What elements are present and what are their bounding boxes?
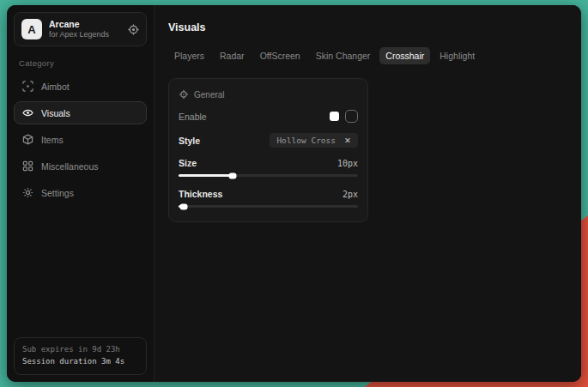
sidebar-item-items[interactable]: Items xyxy=(14,128,147,151)
miscellaneous-grid-icon xyxy=(21,160,33,172)
enable-checkbox[interactable] xyxy=(345,110,358,123)
style-row: Style Hollow Cross ✕ xyxy=(179,133,358,148)
general-panel: General Enable Style Hollow Cross ✕ Size… xyxy=(168,78,368,222)
sidebar-item-label: Miscellaneous xyxy=(41,161,99,172)
arcane-app-window: A Arcane for Apex Legends Category Aimbo xyxy=(7,5,581,382)
thickness-label: Thickness xyxy=(179,189,222,199)
sidebar-item-label: Aimbot xyxy=(41,82,70,92)
brand-card: A Arcane for Apex Legends xyxy=(14,12,147,46)
style-selected-value: Hollow Cross xyxy=(276,136,336,145)
size-label: Size xyxy=(179,158,197,168)
subscription-status-card: Sub expires in 9d 23h Session duration 3… xyxy=(14,337,147,375)
size-value: 10px xyxy=(337,159,358,168)
thickness-row: Thickness 2px xyxy=(179,189,358,199)
style-label: Style xyxy=(179,136,200,146)
brand-logo: A xyxy=(21,19,42,39)
enable-row: Enable xyxy=(179,110,358,123)
sub-expires-text: Sub expires in 9d 23h xyxy=(22,344,138,356)
visuals-eye-icon xyxy=(21,107,33,118)
panel-title: General xyxy=(194,90,225,100)
clear-style-icon[interactable]: ✕ xyxy=(344,136,351,145)
thickness-slider-thumb[interactable] xyxy=(180,203,188,209)
visuals-tab-bar: Players Radar OffScreen Skin Changer Cro… xyxy=(168,47,567,64)
tab-players[interactable]: Players xyxy=(168,47,210,64)
thickness-value: 2px xyxy=(342,190,358,199)
main-content: Visuals Players Radar OffScreen Skin Cha… xyxy=(155,5,581,382)
general-crosshair-icon xyxy=(179,89,189,100)
items-box-icon xyxy=(21,134,33,145)
sidebar-item-aimbot[interactable]: Aimbot xyxy=(14,75,147,98)
enable-label: Enable xyxy=(179,112,207,122)
size-slider[interactable] xyxy=(179,174,358,177)
sidebar-item-visuals[interactable]: Visuals xyxy=(14,101,147,124)
style-select[interactable]: Hollow Cross ✕ xyxy=(270,133,358,148)
thickness-slider[interactable] xyxy=(179,205,358,208)
brand-text: Arcane for Apex Legends xyxy=(49,19,121,39)
size-slider-fill xyxy=(179,174,233,177)
crosshair-color-swatch[interactable] xyxy=(330,112,339,121)
session-duration-text: Session duration 3m 4s xyxy=(22,356,138,368)
sidebar-item-miscellaneous[interactable]: Miscellaneous xyxy=(14,154,147,178)
settings-gear-icon xyxy=(21,187,33,198)
tab-crosshair[interactable]: Crosshair xyxy=(379,47,430,64)
sidebar-item-settings[interactable]: Settings xyxy=(14,181,147,204)
sidebar-item-label: Settings xyxy=(41,188,74,198)
brand-subtitle: for Apex Legends xyxy=(49,30,121,39)
size-row: Size 10px xyxy=(179,158,358,168)
tab-highlight[interactable]: Highlight xyxy=(433,47,481,64)
page-title: Visuals xyxy=(168,21,567,33)
category-label: Category xyxy=(19,58,142,68)
size-slider-thumb[interactable] xyxy=(228,172,236,178)
enable-controls xyxy=(330,110,358,123)
tab-offscreen[interactable]: OffScreen xyxy=(254,47,306,64)
tab-radar[interactable]: Radar xyxy=(214,47,251,64)
sidebar-item-label: Visuals xyxy=(41,108,70,118)
sidebar-item-label: Items xyxy=(41,135,64,145)
brand-title: Arcane xyxy=(49,19,121,30)
tab-skin-changer[interactable]: Skin Changer xyxy=(310,47,377,64)
sidebar: A Arcane for Apex Legends Category Aimbo xyxy=(7,5,155,382)
panel-header: General xyxy=(179,89,358,100)
aimbot-crosshair-icon xyxy=(21,81,33,92)
target-icon[interactable] xyxy=(128,24,139,35)
